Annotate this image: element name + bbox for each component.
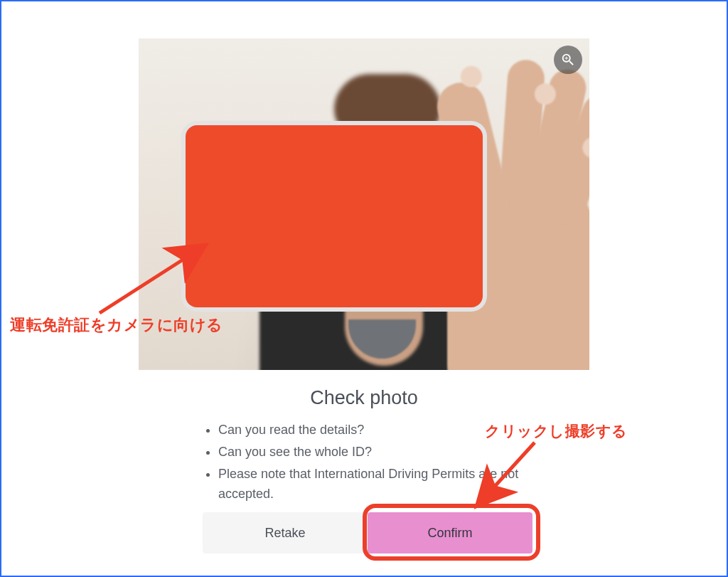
- annotation-click-capture: クリックし撮影する: [485, 421, 628, 441]
- page-title: Check photo: [1, 387, 727, 409]
- retake-button-label: Retake: [264, 526, 305, 541]
- confirm-button[interactable]: Confirm: [368, 512, 532, 554]
- checklist-item: Can you see the whole ID?: [218, 442, 551, 462]
- zoom-in-button[interactable]: [554, 46, 582, 74]
- tutorial-frame: Check photo Can you read the details? Ca…: [0, 0, 728, 577]
- confirm-button-label: Confirm: [427, 526, 472, 541]
- action-buttons: Retake Confirm: [203, 512, 532, 554]
- zoom-in-icon: [560, 52, 576, 68]
- redaction-block: [186, 125, 483, 307]
- annotation-point-camera: 運転免許証をカメラに向ける: [10, 314, 223, 336]
- checklist-item: Please note that International Driving P…: [218, 464, 551, 505]
- id-card-redacted: [181, 121, 487, 312]
- retake-button[interactable]: Retake: [203, 512, 368, 554]
